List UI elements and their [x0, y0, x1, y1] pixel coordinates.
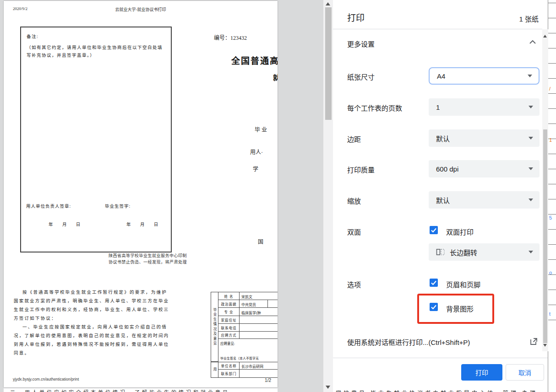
date-blanks: 年 月 日: [126, 221, 158, 227]
table-cell-major: 临床医学(肿: [241, 310, 261, 315]
agreement-paragraph: 按《普通高等学校毕业生就业工作暂行规定》的要求，为维护 国家就业方案的严肃性，明…: [14, 288, 206, 358]
table-opinion-label: 应聘意见:: [220, 341, 235, 346]
background-page-bottom-strip: 学校意见 毕业生就业协议书由就业指导中心统一管理 办理相关手续: [336, 389, 542, 392]
system-dialog-link[interactable]: 使用系统对话框进行打印...(Ctrl+Shift+P): [347, 337, 470, 347]
stamp-line1: 陕西省高等学校毕业生就业服务中心印制: [109, 252, 187, 258]
headers-footers-checkbox-label[interactable]: 页眉和页脚: [446, 279, 480, 289]
para-line: 同意。: [14, 349, 206, 358]
document-title-line2-clipped: 就: [273, 72, 278, 82]
duplex-checkbox[interactable]: [430, 226, 438, 234]
table-border: [240, 316, 278, 316]
date-blanks: 年 月 日: [49, 221, 80, 227]
print-footer-page-number: 1/2: [251, 378, 271, 383]
paper-size-value: A4: [437, 72, 445, 80]
document-title-clipped: 全国普通高: [231, 54, 278, 66]
para-line: 国家就业方案的严肃性，明确毕业生、用人单位、学校三方在毕业: [14, 297, 206, 306]
table-border: [240, 307, 278, 308]
preview-scrollbar-thumb[interactable]: [325, 7, 332, 120]
table-border: [240, 300, 278, 300]
margins-label: 边距: [347, 134, 361, 144]
pages-per-sheet-select[interactable]: 1: [429, 98, 540, 116]
print-preview-pane: 2020/9/2 云就业大学-就业协议书打印 备注: （如有其它约定，请用人单位…: [0, 0, 323, 392]
clipped-text-fragment: 5: [549, 215, 552, 220]
margins-select[interactable]: 默认: [429, 129, 540, 147]
caret-down-icon: [529, 199, 533, 201]
scale-label: 缩放: [347, 196, 361, 205]
settings-scrollbar-thumb[interactable]: [543, 129, 547, 343]
duplex-label: 双面: [347, 227, 361, 236]
para-line: 到用人单位报到，若遇到特殊情况不能按时报到，需征得用人单位: [14, 340, 206, 349]
table-row-label: 政治面貌: [218, 300, 240, 308]
flip-edge-value: 长边翻转: [450, 247, 477, 257]
graduate-info-table: 毕业生情况及意见 姓 名 政治面貌 专 业 家庭住址 联系电话 应聘方式 宋凯文…: [211, 292, 278, 378]
table-row-label: 专 业: [218, 308, 240, 316]
flip-long-edge-icon: [436, 248, 445, 256]
clipped-text-fragment: o: [549, 270, 552, 275]
clipped-text-fragment: t: [549, 311, 551, 317]
preview-scrollbar[interactable]: [323, 0, 333, 392]
scale-select[interactable]: 默认: [429, 191, 540, 209]
table-border: [240, 323, 278, 324]
table-side-label: 毕业生情况及意见: [211, 292, 218, 362]
para-line: 生就业工作中的权利和义务，经协商，毕业生、用人单位、学校三: [14, 306, 206, 314]
side-label-partial: 国: [258, 237, 263, 246]
table-row-label: 联系电话: [218, 324, 240, 332]
para-line: 一、毕业生应按国家规定就业，向用人单位如实介绍自己的情: [14, 323, 206, 332]
table-row-label: 单位名称: [218, 362, 240, 370]
pages-per-sheet-value: 1: [436, 103, 440, 111]
table-border: [267, 300, 268, 308]
caret-down-icon: [529, 106, 533, 108]
clipped-text-fragment: 1: [549, 137, 552, 143]
more-settings-section[interactable]: 更多设置: [347, 39, 375, 48]
cancel-button[interactable]: 取消: [506, 364, 544, 381]
header-divider: [333, 29, 542, 29]
table-cell-name: 宋凯文: [241, 294, 252, 299]
check-icon: [431, 304, 437, 310]
table-row-label: 联系部门: [218, 370, 240, 377]
print-footer-url: yjydx.bysjy.com.cn/authentication/print: [13, 377, 79, 381]
flip-edge-select[interactable]: 长边翻转: [429, 243, 540, 261]
table-border: [240, 338, 278, 339]
clipped-text-fragment: /: [549, 86, 551, 91]
scale-value: 默认: [436, 195, 450, 205]
footer-divider: [333, 358, 548, 358]
headers-footers-checkbox[interactable]: [430, 279, 438, 287]
graduate-signature-label: 毕业生签字:: [105, 203, 131, 209]
remark-body: （如有其它约定，请用人单位和毕业生协商后在以下空白处填写补充协议，并且签字盖章。…: [27, 44, 165, 59]
remark-box: 备注: （如有其它约定，请用人单位和毕业生协商后在以下空白处填写补充协议，并且签…: [20, 27, 172, 252]
scroll-up-icon[interactable]: [326, 2, 330, 5]
para-line: 方签订如下协议：: [14, 314, 206, 323]
background-graphics-checkbox[interactable]: [430, 303, 438, 311]
table-row-label: 家庭住址: [218, 316, 240, 324]
browser-print-screen: / 1 5 o t 学校意见 毕业生就业协议书由就业指导中心统一管理 办理相关手…: [0, 0, 556, 392]
duplex-checkbox-label[interactable]: 双面打印: [446, 227, 474, 236]
settings-scrollbar[interactable]: [542, 29, 548, 351]
paper-size-label: 纸张尺寸: [347, 72, 375, 81]
serial-number: 编号：123432: [214, 33, 247, 42]
side-label-school: 学: [253, 165, 258, 173]
table-cell-politics: 中共党员: [241, 302, 256, 307]
pages-per-sheet-label: 每个工作表的页数: [347, 103, 402, 113]
scroll-down-icon[interactable]: [543, 344, 547, 347]
dialog-title: 打印: [347, 11, 365, 23]
stamp-line2: 协议书禁止伪造、一经发现，将严肃处理: [109, 259, 187, 265]
chevron-up-icon[interactable]: [529, 38, 536, 47]
open-in-new-icon[interactable]: [530, 338, 538, 347]
table-border: [240, 331, 278, 332]
scroll-down-icon[interactable]: [326, 386, 330, 389]
scroll-up-icon[interactable]: [543, 35, 547, 38]
clipped-text-fragment: 二、用人单位应如实介绍本单位情况，了解毕业生的情况和就业意见: [10, 388, 278, 392]
preview-page-1: 2020/9/2 云就业大学-就业协议书打印 备注: （如有其它约定，请用人单位…: [4, 1, 278, 387]
employer-signature-label: 用人单位负责人签章:: [26, 203, 71, 209]
margins-value: 默认: [436, 134, 450, 143]
preview-page-2-sliver: 二、用人单位应如实介绍本单位情况，了解毕业生的情况和就业意见: [4, 388, 278, 392]
check-icon: [431, 227, 437, 233]
print-button[interactable]: 打印: [461, 364, 502, 381]
para-line: 况，了解单位的使用意图，表明自己的就业意见，在规定的时间内: [14, 332, 206, 340]
print-header-title: 云就业大学-就业协议书打印: [4, 6, 278, 12]
paper-size-select[interactable]: A4: [429, 67, 540, 85]
print-quality-label: 打印质量: [347, 165, 375, 174]
table-row-label: 姓 名: [218, 292, 240, 300]
print-quality-select[interactable]: 600 dpi: [429, 160, 540, 177]
background-graphics-checkbox-label[interactable]: 背景图形: [446, 304, 474, 313]
